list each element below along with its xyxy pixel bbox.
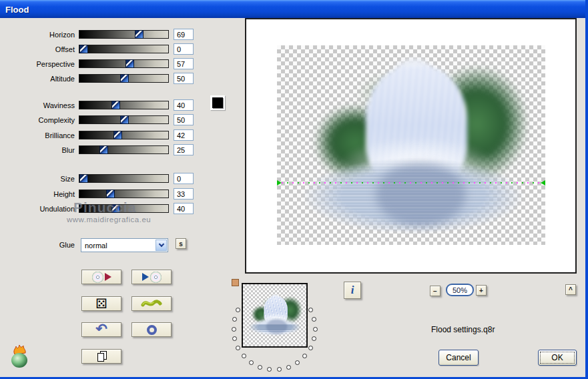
- thumbnail-waterfall: [243, 292, 306, 338]
- dial-handle[interactable]: [232, 279, 239, 286]
- offset-slider-thumb[interactable]: [79, 45, 88, 53]
- size-slider-thumb[interactable]: [79, 174, 88, 183]
- horizon-value-input[interactable]: [174, 29, 194, 40]
- horizon-slider[interactable]: [79, 30, 169, 39]
- water-color-swatch[interactable]: [210, 95, 225, 110]
- preview-thumbnail[interactable]: [242, 283, 308, 348]
- randomize-button[interactable]: ⚄: [81, 296, 121, 311]
- slider-row-height: Height: [0, 190, 200, 200]
- slider-row-horizon: Horizon: [0, 30, 200, 40]
- slider-row-size: Size: [0, 174, 200, 184]
- altitude-label: Altitude: [3, 75, 75, 83]
- zoom-out-button[interactable]: −: [430, 286, 440, 296]
- dial-dot: [312, 317, 316, 322]
- waviness-value-input[interactable]: [174, 99, 194, 111]
- height-slider[interactable]: [79, 190, 169, 198]
- blur-label: Blur: [3, 146, 75, 154]
- undo-button[interactable]: ↶: [81, 322, 121, 337]
- offset-label: Offset: [3, 45, 75, 53]
- zoom-level-value: 50%: [453, 286, 467, 294]
- zoom-in-button[interactable]: +: [476, 285, 487, 296]
- waviness-slider-thumb[interactable]: [111, 101, 120, 109]
- transparency-checkerboard: [277, 45, 545, 245]
- altitude-value-input[interactable]: [174, 73, 194, 84]
- size-value-input[interactable]: [174, 173, 194, 184]
- dial-dot: [267, 367, 272, 372]
- ok-button[interactable]: OK: [538, 350, 577, 366]
- cd-disc-icon: [92, 272, 103, 283]
- horizon-left-arrow-icon: [277, 180, 282, 185]
- flood-dialog-window: Flood Horizon Offset Perspective Altitud…: [0, 0, 588, 379]
- height-slider-thumb[interactable]: [106, 190, 115, 198]
- pages-icon: [95, 350, 108, 362]
- dial-dot: [236, 346, 240, 350]
- altitude-slider[interactable]: [79, 74, 169, 83]
- window-title: Flood: [0, 5, 29, 15]
- preview-panel[interactable]: [245, 18, 577, 274]
- dice-icon: ⚄: [95, 297, 107, 310]
- slider-row-blur: Blur: [0, 145, 200, 155]
- size-slider[interactable]: [79, 174, 169, 183]
- complexity-value-input[interactable]: [174, 114, 194, 125]
- settings-filename: Flood settings.q8r: [431, 325, 495, 334]
- load-settings-button[interactable]: [131, 270, 172, 284]
- brilliance-label: Brilliance: [3, 131, 75, 139]
- info-icon: i: [351, 284, 354, 297]
- wave-style-button[interactable]: [131, 296, 172, 311]
- slider-row-offset: Offset: [0, 45, 200, 55]
- dial-dot: [308, 346, 313, 350]
- info-button[interactable]: i: [344, 282, 361, 299]
- copy-settings-button[interactable]: [81, 349, 121, 364]
- horizon-right-arrow-icon: [541, 180, 545, 185]
- horizon-slider-thumb[interactable]: [135, 30, 143, 39]
- water-reflection: [266, 319, 288, 334]
- ring-icon: [147, 325, 157, 335]
- perspective-value-input[interactable]: [174, 58, 194, 69]
- undulation-label: Undulation: [3, 205, 75, 213]
- s-button[interactable]: s: [176, 238, 186, 249]
- perspective-slider-thumb[interactable]: [125, 59, 134, 68]
- offset-value-input[interactable]: [174, 43, 194, 55]
- altitude-slider-thumb[interactable]: [120, 74, 129, 83]
- collapse-button[interactable]: ^: [565, 284, 576, 295]
- glue-dropdown[interactable]: normal: [81, 238, 168, 252]
- blur-slider-thumb[interactable]: [99, 145, 108, 154]
- blur-slider[interactable]: [79, 145, 169, 154]
- dropdown-arrow-button[interactable]: [156, 240, 167, 251]
- save-settings-button[interactable]: [81, 270, 121, 284]
- slider-row-altitude: Altitude: [0, 74, 200, 84]
- undulation-slider-thumb[interactable]: [111, 204, 120, 213]
- cancel-button[interactable]: Cancel: [438, 350, 479, 366]
- glue-label: Glue: [3, 241, 75, 249]
- complexity-slider[interactable]: [79, 115, 169, 124]
- dial-dot: [242, 354, 246, 358]
- title-bar[interactable]: Flood: [0, 0, 585, 18]
- slider-row-brilliance: Brilliance: [0, 131, 200, 141]
- dial-dot: [295, 360, 300, 365]
- dial-dot: [277, 367, 282, 372]
- memory-ring-button[interactable]: [131, 322, 172, 337]
- brilliance-value-input[interactable]: [174, 129, 194, 141]
- undulation-value-input[interactable]: [174, 203, 194, 214]
- waviness-label: Waviness: [3, 101, 75, 109]
- brilliance-slider-thumb[interactable]: [113, 131, 122, 139]
- waviness-slider[interactable]: [79, 101, 169, 109]
- complexity-slider-thumb[interactable]: [120, 115, 129, 124]
- green-squiggle-icon: [141, 298, 162, 309]
- slider-row-perspective: Perspective: [0, 59, 200, 69]
- zoom-level-display[interactable]: 50%: [446, 284, 474, 296]
- watermark-url: www.maidiregrafica.eu: [67, 216, 151, 224]
- dial-dot: [232, 327, 236, 332]
- height-value-input[interactable]: [174, 188, 194, 200]
- flaming-pear-logo: [9, 344, 33, 370]
- slider-row-waviness: Waviness: [0, 101, 200, 111]
- perspective-slider[interactable]: [79, 59, 169, 68]
- dial-dot: [236, 308, 240, 312]
- dial-dot: [286, 365, 291, 370]
- horizon-label: Horizon: [3, 31, 75, 39]
- undulation-slider[interactable]: [79, 204, 169, 213]
- offset-slider[interactable]: [79, 45, 169, 53]
- blur-value-input[interactable]: [174, 144, 194, 155]
- horizon-line-marker[interactable]: [277, 181, 545, 183]
- brilliance-slider[interactable]: [79, 131, 169, 139]
